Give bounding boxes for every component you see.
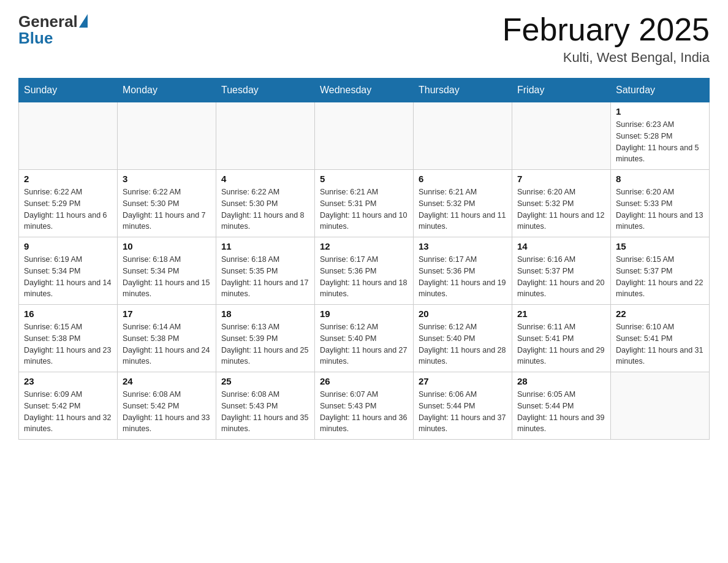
day-info: Sunrise: 6:14 AMSunset: 5:38 PMDaylight:…	[123, 321, 211, 367]
day-number: 13	[419, 241, 507, 251]
calendar-cell: 6Sunrise: 6:21 AMSunset: 5:32 PMDaylight…	[414, 170, 512, 237]
day-info: Sunrise: 6:17 AMSunset: 5:36 PMDaylight:…	[320, 254, 408, 300]
day-number: 20	[419, 308, 507, 319]
day-info: Sunrise: 6:05 AMSunset: 5:44 PMDaylight:…	[517, 389, 605, 435]
day-number: 28	[517, 376, 605, 386]
day-number: 9	[24, 241, 112, 251]
day-number: 2	[24, 174, 112, 184]
day-number: 6	[419, 174, 507, 184]
calendar-cell: 12Sunrise: 6:17 AMSunset: 5:36 PMDayligh…	[315, 237, 414, 305]
day-number: 4	[221, 174, 309, 184]
day-number: 23	[24, 376, 112, 386]
day-info: Sunrise: 6:07 AMSunset: 5:43 PMDaylight:…	[320, 389, 408, 435]
calendar-cell: 22Sunrise: 6:10 AMSunset: 5:41 PMDayligh…	[611, 305, 710, 372]
day-info: Sunrise: 6:18 AMSunset: 5:35 PMDaylight:…	[221, 254, 309, 300]
week-row-2: 2Sunrise: 6:22 AMSunset: 5:29 PMDaylight…	[19, 170, 710, 237]
day-info: Sunrise: 6:21 AMSunset: 5:31 PMDaylight:…	[320, 186, 408, 232]
day-info: Sunrise: 6:20 AMSunset: 5:32 PMDaylight:…	[517, 186, 605, 232]
day-number: 11	[221, 241, 309, 251]
calendar-cell: 1Sunrise: 6:23 AMSunset: 5:28 PMDaylight…	[611, 102, 710, 170]
calendar-cell: 19Sunrise: 6:12 AMSunset: 5:40 PMDayligh…	[315, 305, 414, 372]
day-number: 16	[24, 308, 112, 319]
day-number: 22	[616, 308, 704, 319]
calendar-cell: 26Sunrise: 6:07 AMSunset: 5:43 PMDayligh…	[315, 372, 414, 440]
calendar-cell: 16Sunrise: 6:15 AMSunset: 5:38 PMDayligh…	[19, 305, 118, 372]
day-info: Sunrise: 6:19 AMSunset: 5:34 PMDaylight:…	[24, 254, 112, 300]
day-info: Sunrise: 6:17 AMSunset: 5:36 PMDaylight:…	[419, 254, 507, 300]
calendar-cell: 15Sunrise: 6:15 AMSunset: 5:37 PMDayligh…	[611, 237, 710, 305]
day-number: 19	[320, 308, 408, 319]
day-number: 14	[517, 241, 605, 251]
calendar-cell	[512, 102, 611, 170]
logo-blue-text: Blue	[18, 29, 53, 48]
calendar-cell: 17Sunrise: 6:14 AMSunset: 5:38 PMDayligh…	[118, 305, 216, 372]
day-info: Sunrise: 6:12 AMSunset: 5:40 PMDaylight:…	[320, 321, 408, 367]
day-number: 12	[320, 241, 408, 251]
day-info: Sunrise: 6:08 AMSunset: 5:43 PMDaylight:…	[221, 389, 309, 435]
day-info: Sunrise: 6:10 AMSunset: 5:41 PMDaylight:…	[616, 321, 704, 367]
week-row-4: 16Sunrise: 6:15 AMSunset: 5:38 PMDayligh…	[19, 305, 710, 372]
day-header-tuesday: Tuesday	[216, 79, 315, 102]
day-number: 26	[320, 376, 408, 386]
day-number: 17	[123, 308, 211, 319]
calendar-cell	[118, 102, 216, 170]
day-number: 27	[419, 376, 507, 386]
location-text: Kulti, West Bengal, India	[502, 50, 710, 66]
calendar-cell	[216, 102, 315, 170]
day-header-wednesday: Wednesday	[315, 79, 414, 102]
calendar-cell: 9Sunrise: 6:19 AMSunset: 5:34 PMDaylight…	[19, 237, 118, 305]
calendar-cell: 27Sunrise: 6:06 AMSunset: 5:44 PMDayligh…	[414, 372, 512, 440]
day-info: Sunrise: 6:16 AMSunset: 5:37 PMDaylight:…	[517, 254, 605, 300]
day-number: 21	[517, 308, 605, 319]
day-number: 1	[616, 106, 704, 117]
calendar-cell: 14Sunrise: 6:16 AMSunset: 5:37 PMDayligh…	[512, 237, 611, 305]
day-header-friday: Friday	[512, 79, 611, 102]
calendar-cell: 4Sunrise: 6:22 AMSunset: 5:30 PMDaylight…	[216, 170, 315, 237]
day-info: Sunrise: 6:18 AMSunset: 5:34 PMDaylight:…	[123, 254, 211, 300]
day-info: Sunrise: 6:15 AMSunset: 5:38 PMDaylight:…	[24, 321, 112, 367]
day-number: 15	[616, 241, 704, 251]
calendar-cell: 2Sunrise: 6:22 AMSunset: 5:29 PMDaylight…	[19, 170, 118, 237]
day-number: 25	[221, 376, 309, 386]
day-info: Sunrise: 6:23 AMSunset: 5:28 PMDaylight:…	[616, 119, 704, 165]
day-number: 7	[517, 174, 605, 184]
day-info: Sunrise: 6:09 AMSunset: 5:42 PMDaylight:…	[24, 389, 112, 435]
day-header-monday: Monday	[118, 79, 216, 102]
calendar-cell: 18Sunrise: 6:13 AMSunset: 5:39 PMDayligh…	[216, 305, 315, 372]
day-info: Sunrise: 6:22 AMSunset: 5:29 PMDaylight:…	[24, 186, 112, 232]
week-row-3: 9Sunrise: 6:19 AMSunset: 5:34 PMDaylight…	[19, 237, 710, 305]
page-header: General Blue February 2025 Kulti, West B…	[18, 12, 710, 66]
calendar-cell	[414, 102, 512, 170]
calendar-cell: 25Sunrise: 6:08 AMSunset: 5:43 PMDayligh…	[216, 372, 315, 440]
day-number: 5	[320, 174, 408, 184]
calendar-cell: 3Sunrise: 6:22 AMSunset: 5:30 PMDaylight…	[118, 170, 216, 237]
calendar-cell: 28Sunrise: 6:05 AMSunset: 5:44 PMDayligh…	[512, 372, 611, 440]
logo: General Blue	[18, 12, 88, 48]
days-header-row: SundayMondayTuesdayWednesdayThursdayFrid…	[19, 79, 710, 102]
day-header-thursday: Thursday	[414, 79, 512, 102]
calendar-cell: 24Sunrise: 6:08 AMSunset: 5:42 PMDayligh…	[118, 372, 216, 440]
day-info: Sunrise: 6:21 AMSunset: 5:32 PMDaylight:…	[419, 186, 507, 232]
calendar-cell: 20Sunrise: 6:12 AMSunset: 5:40 PMDayligh…	[414, 305, 512, 372]
week-row-1: 1Sunrise: 6:23 AMSunset: 5:28 PMDaylight…	[19, 102, 710, 170]
title-section: February 2025 Kulti, West Bengal, India	[502, 12, 710, 66]
calendar-table: SundayMondayTuesdayWednesdayThursdayFrid…	[18, 78, 710, 440]
day-info: Sunrise: 6:11 AMSunset: 5:41 PMDaylight:…	[517, 321, 605, 367]
day-info: Sunrise: 6:22 AMSunset: 5:30 PMDaylight:…	[221, 186, 309, 232]
calendar-cell	[611, 372, 710, 440]
day-info: Sunrise: 6:13 AMSunset: 5:39 PMDaylight:…	[221, 321, 309, 367]
calendar-cell: 10Sunrise: 6:18 AMSunset: 5:34 PMDayligh…	[118, 237, 216, 305]
day-number: 8	[616, 174, 704, 184]
calendar-cell: 7Sunrise: 6:20 AMSunset: 5:32 PMDaylight…	[512, 170, 611, 237]
day-info: Sunrise: 6:15 AMSunset: 5:37 PMDaylight:…	[616, 254, 704, 300]
day-number: 10	[123, 241, 211, 251]
calendar-cell: 23Sunrise: 6:09 AMSunset: 5:42 PMDayligh…	[19, 372, 118, 440]
calendar-cell: 5Sunrise: 6:21 AMSunset: 5:31 PMDaylight…	[315, 170, 414, 237]
calendar-cell: 13Sunrise: 6:17 AMSunset: 5:36 PMDayligh…	[414, 237, 512, 305]
calendar-cell: 21Sunrise: 6:11 AMSunset: 5:41 PMDayligh…	[512, 305, 611, 372]
calendar-cell: 11Sunrise: 6:18 AMSunset: 5:35 PMDayligh…	[216, 237, 315, 305]
day-info: Sunrise: 6:12 AMSunset: 5:40 PMDaylight:…	[419, 321, 507, 367]
week-row-5: 23Sunrise: 6:09 AMSunset: 5:42 PMDayligh…	[19, 372, 710, 440]
logo-triangle-icon	[79, 14, 88, 28]
day-header-sunday: Sunday	[19, 79, 118, 102]
